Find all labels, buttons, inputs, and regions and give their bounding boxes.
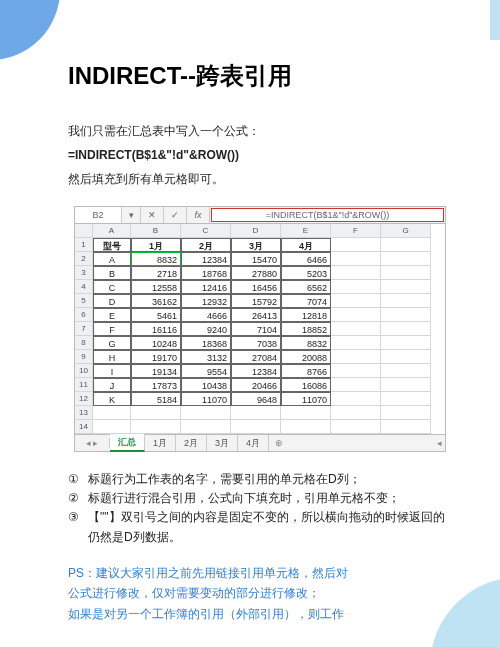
data-cell: 12558 [131,280,181,294]
data-cell: 11070 [281,392,331,406]
column-header: D [231,224,281,238]
empty-cell [331,350,381,364]
row-label: E [93,308,131,322]
tab-nav-icons: ◂ ▸ [75,438,110,448]
empty-cell [381,308,431,322]
data-cell: 8766 [281,364,331,378]
empty-cell [281,406,331,420]
decoration-corner-top-right [490,0,500,40]
column-header: B [131,224,181,238]
data-cell: 27880 [231,266,281,280]
scroll-left-icon: ◂ [433,438,445,448]
note-marker: ② [68,489,88,508]
data-cell: 12416 [181,280,231,294]
data-cell: 18368 [181,336,231,350]
empty-cell [381,294,431,308]
cell-grid: ABCDEFG1型号1月2月3月4月2A8832123841547064663B… [75,224,445,434]
note-item: ① 标题行为工作表的名字，需要引用的单元格在D列； [68,470,452,489]
empty-cell [331,420,381,434]
ps-line: 公式进行修改，仅对需要变动的部分进行修改； [68,583,452,603]
data-cell: 11070 [181,392,231,406]
data-cell: 9648 [231,392,281,406]
empty-cell [231,406,281,420]
data-cell: 19134 [131,364,181,378]
intro-formula: =INDIRECT(B$1&"!d"&ROW()) [68,146,452,164]
data-cell: 8832 [281,336,331,350]
table-header-cell: 3月 [231,238,281,252]
data-cell: 4666 [181,308,231,322]
row-label: C [93,280,131,294]
row-number: 10 [75,364,93,378]
empty-cell [381,266,431,280]
column-header: A [93,224,131,238]
ps-line: 如果是对另一个工作簿的引用（外部引用），则工作 [68,604,452,624]
row-label: G [93,336,131,350]
note-text: 【""】双引号之间的内容是固定不变的，所以横向拖动的时候返回的仍然是D列数据。 [88,508,452,546]
row-label: D [93,294,131,308]
column-header: F [331,224,381,238]
empty-cell [181,406,231,420]
name-box: B2 [75,207,122,223]
sheet-tab-bar: ◂ ▸ 汇总 1月 2月 3月 4月 ⊕ ◂ [75,434,445,451]
ps-line: PS：建议大家引用之前先用链接引用单元格，然后对 [68,563,452,583]
name-box-dropdown-icon: ▾ [122,207,141,223]
data-cell: 20466 [231,378,281,392]
sheet-tab: 3月 [207,435,238,451]
empty-cell [381,238,431,252]
data-cell: 7038 [231,336,281,350]
row-number: 14 [75,420,93,434]
column-header: C [181,224,231,238]
note-text: 标题行为工作表的名字，需要引用的单元格在D列； [88,470,452,489]
data-cell: 5461 [131,308,181,322]
data-cell: 12932 [181,294,231,308]
add-sheet-icon: ⊕ [269,438,289,448]
empty-cell [381,336,431,350]
row-label: F [93,322,131,336]
formula-input: =INDIRECT(B$1&"!d"&ROW()) [211,208,444,222]
empty-cell [331,364,381,378]
data-cell: 5203 [281,266,331,280]
row-label: J [93,378,131,392]
row-number: 1 [75,238,93,252]
data-cell: 15470 [231,252,281,266]
empty-cell [181,420,231,434]
data-cell: 3132 [181,350,231,364]
row-number: 2 [75,252,93,266]
empty-cell [93,420,131,434]
row-number: 6 [75,308,93,322]
excel-screenshot: B2 ▾ ✕ ✓ fx =INDIRECT(B$1&"!d"&ROW()) AB… [74,206,446,452]
empty-cell [381,392,431,406]
column-header: E [281,224,331,238]
data-cell: 2718 [131,266,181,280]
sheet-tab-active: 汇总 [110,434,145,452]
fx-icon: fx [187,207,210,223]
empty-cell [131,406,181,420]
row-number: 8 [75,336,93,350]
row-number: 4 [75,280,93,294]
empty-cell [281,420,331,434]
empty-cell [331,322,381,336]
empty-cell [381,350,431,364]
row-label: A [93,252,131,266]
row-number: 12 [75,392,93,406]
empty-cell [331,238,381,252]
data-cell: 17873 [131,378,181,392]
table-header-cell: 2月 [181,238,231,252]
empty-cell [331,280,381,294]
note-item: ③ 【""】双引号之间的内容是固定不变的，所以横向拖动的时候返回的仍然是D列数据… [68,508,452,546]
data-cell: 10438 [181,378,231,392]
empty-cell [331,406,381,420]
corner-cell [75,224,93,238]
data-cell: 7104 [231,322,281,336]
data-cell: 19170 [131,350,181,364]
table-header-cell: 型号 [93,238,131,252]
row-number: 11 [75,378,93,392]
sheet-tab: 4月 [238,435,269,451]
row-label: K [93,392,131,406]
data-cell: 9240 [181,322,231,336]
empty-cell [331,336,381,350]
formula-bar: B2 ▾ ✕ ✓ fx =INDIRECT(B$1&"!d"&ROW()) [75,207,445,224]
sheet-tab: 1月 [145,435,176,451]
data-cell: 26413 [231,308,281,322]
decoration-corner-top-left [0,0,60,60]
